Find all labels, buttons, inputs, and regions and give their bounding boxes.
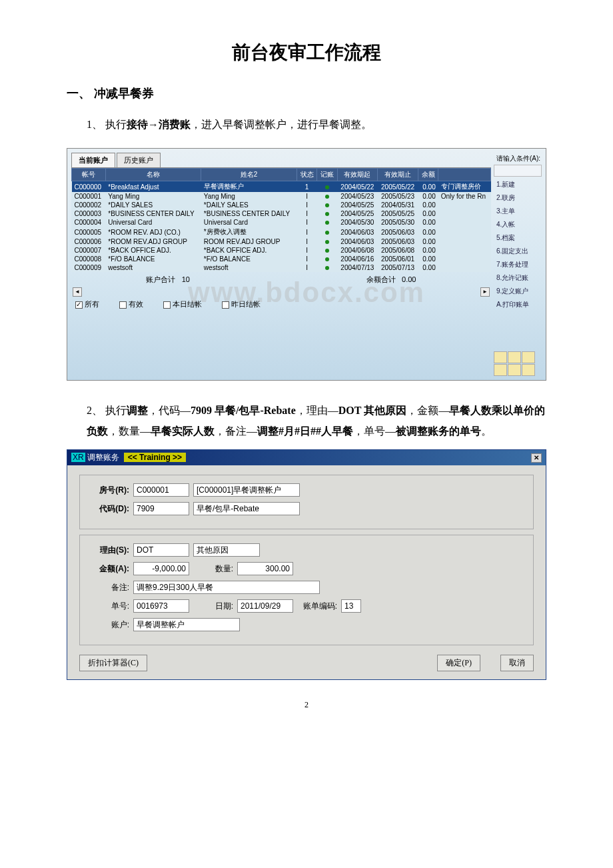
dialog-titlebar: XR 调整账务 << Training >> ✕ bbox=[67, 450, 546, 465]
acct-total-value: 10 bbox=[182, 275, 190, 283]
lbl-remark: 备注: bbox=[88, 582, 129, 593]
chk-yesterday[interactable]: 昨日结帐 bbox=[222, 299, 261, 309]
table-header-row: 帐号 名称 姓名2 状态 记账 有效期起 有效期止 余额 bbox=[72, 169, 491, 181]
table-row[interactable]: C000001Yang MingYang MingI2004/05/232005… bbox=[72, 192, 491, 201]
ok-button[interactable]: 确定(P) bbox=[437, 655, 480, 671]
lbl-docno: 单号: bbox=[88, 601, 129, 612]
sidebar-action-9[interactable]: A.打印账单 bbox=[494, 298, 542, 311]
s2b3: DOT 其他原因 bbox=[338, 405, 406, 416]
sidebar-action-7[interactable]: 8.允许记账 bbox=[494, 271, 542, 285]
sidebar: 请输入条件(A): 1.新建2.联房3.主单4.入帐5.档案6.固定支出7.账务… bbox=[494, 153, 542, 376]
tool-icon-4[interactable] bbox=[494, 364, 507, 376]
s2b7: 被调整账务的单号 bbox=[396, 425, 481, 437]
step-2: 2、 执行调整，代码—7909 早餐/包早-Rebate，理由—DOT 其他原因… bbox=[87, 401, 546, 441]
table-row[interactable]: C000006*ROOM REV.ADJ GROUPROOM REV.ADJ G… bbox=[72, 237, 491, 246]
reason-desc-field[interactable] bbox=[193, 543, 260, 557]
cancel-button[interactable]: 取消 bbox=[500, 655, 534, 671]
date-field[interactable] bbox=[237, 599, 293, 613]
th-status[interactable]: 状态 bbox=[297, 169, 316, 181]
table-row[interactable]: C000005*ROOM REV. ADJ (CO.)*房费收入调整I2004/… bbox=[72, 227, 491, 237]
sidebar-action-8[interactable]: 9.定义账户 bbox=[494, 285, 542, 298]
amt-total-value: 0.00 bbox=[402, 275, 416, 283]
table-row[interactable]: C000007*BACK OFFICE ADJ.*BACK OFFICE ADJ… bbox=[72, 246, 491, 255]
lbl-billcode: 账单编码: bbox=[297, 601, 337, 612]
search-input-icon[interactable] bbox=[494, 165, 542, 177]
reason-field[interactable] bbox=[133, 543, 189, 557]
code-field[interactable] bbox=[133, 502, 189, 515]
acct-field[interactable] bbox=[133, 618, 240, 631]
table-row[interactable]: C000009westsoftwestsoftI2004/07/132005/0… bbox=[72, 263, 491, 272]
s2b1: 调整 bbox=[127, 405, 148, 416]
th-acctno[interactable]: 帐号 bbox=[72, 169, 106, 181]
app-icon: XR bbox=[71, 453, 85, 462]
account-window: 当前账户 历史账户 帐号 名称 姓名2 状态 记账 有效期起 有效期止 余额 bbox=[67, 148, 546, 381]
sidebar-action-2[interactable]: 3.主单 bbox=[494, 205, 542, 218]
s2t1: ，代码— bbox=[148, 405, 191, 416]
tool-icon-6[interactable] bbox=[522, 364, 535, 376]
tab-current[interactable]: 当前账户 bbox=[71, 153, 115, 167]
account-table: 帐号 名称 姓名2 状态 记账 有效期起 有效期止 余额 C000000*Bre… bbox=[71, 168, 491, 272]
tool-icon-5[interactable] bbox=[508, 364, 521, 376]
chk-valid[interactable]: 有效 bbox=[119, 299, 143, 309]
s2p0: 2、 执行 bbox=[87, 405, 127, 416]
s2b2: 7909 早餐/包早-Rebate bbox=[191, 405, 296, 416]
docno-field[interactable] bbox=[133, 599, 189, 613]
sidebar-action-4[interactable]: 5.档案 bbox=[494, 231, 542, 245]
tool-icon-1[interactable] bbox=[494, 351, 507, 363]
th-name[interactable]: 名称 bbox=[105, 169, 201, 181]
s2t4: ，数量— bbox=[108, 425, 151, 437]
tab-history[interactable]: 历史账户 bbox=[117, 153, 161, 167]
sidebar-action-6[interactable]: 7.账务处理 bbox=[494, 258, 542, 271]
lbl-room: 房号(R): bbox=[88, 485, 129, 496]
remark-field[interactable] bbox=[133, 581, 320, 594]
amount-field[interactable] bbox=[133, 562, 189, 575]
sidebar-action-0[interactable]: 1.新建 bbox=[494, 178, 542, 191]
lbl-amount: 金额(A): bbox=[88, 563, 129, 575]
table-row[interactable]: C000000*Breakfast Adjust早餐调整帐户12004/05/2… bbox=[72, 181, 491, 193]
search-label: 请输入条件(A): bbox=[494, 153, 542, 165]
amt-total-label: 余额合计 bbox=[366, 275, 396, 283]
room-field[interactable] bbox=[133, 483, 189, 497]
training-badge: << Training >> bbox=[124, 453, 186, 462]
acct-total-label: 账户合计 bbox=[146, 275, 175, 283]
filter-checkbox-row: 所有 有效 本日结帐 昨日结帐 bbox=[71, 297, 491, 312]
scroll-right-icon[interactable]: ► bbox=[480, 287, 490, 297]
table-row[interactable]: C000008*F/O BALANCE*F/O BALANCEI2004/06/… bbox=[72, 255, 491, 263]
room-desc-field[interactable] bbox=[193, 483, 300, 497]
close-icon[interactable]: ✕ bbox=[531, 453, 542, 463]
discount-calc-button[interactable]: 折扣计算器(C) bbox=[79, 655, 147, 671]
step1-bold: 接待→消费账 bbox=[127, 119, 191, 130]
th-validto[interactable]: 有效期止 bbox=[378, 169, 418, 181]
lbl-date: 日期: bbox=[193, 601, 233, 612]
table-row[interactable]: C000004Universal CardUniversal CardI2004… bbox=[72, 218, 491, 227]
tool-icon-3[interactable] bbox=[522, 351, 535, 363]
table-row[interactable]: C000003*BUSINESS CENTER DAILY*BUSINESS C… bbox=[72, 209, 491, 218]
lbl-qty: 数量: bbox=[193, 563, 233, 575]
th-post[interactable]: 记账 bbox=[317, 169, 337, 181]
sidebar-action-5[interactable]: 6.固定支出 bbox=[494, 245, 542, 258]
th-name2[interactable]: 姓名2 bbox=[201, 169, 297, 181]
step1-post: ，进入早餐调整帐户，进行早餐调整。 bbox=[191, 119, 372, 130]
s2t7: 。 bbox=[481, 425, 492, 437]
chk-all[interactable]: 所有 bbox=[75, 299, 99, 309]
s2b5: 早餐实际人数 bbox=[151, 425, 215, 437]
s2t5: ，备注— bbox=[215, 425, 257, 437]
th-validfrom[interactable]: 有效期起 bbox=[337, 169, 378, 181]
step-1: 1、 执行接待→消费账，进入早餐调整帐户，进行早餐调整。 bbox=[87, 115, 546, 135]
th-balance[interactable]: 余额 bbox=[418, 169, 438, 181]
sidebar-action-3[interactable]: 4.入帐 bbox=[494, 218, 542, 231]
lbl-code: 代码(D): bbox=[88, 503, 129, 515]
th-extra[interactable] bbox=[438, 169, 491, 181]
quantity-field[interactable] bbox=[237, 562, 293, 575]
adjust-dialog: XR 调整账务 << Training >> ✕ 房号(R): 代码(D): 理… bbox=[67, 449, 546, 680]
lbl-acct: 账户: bbox=[88, 619, 129, 631]
billcode-field[interactable] bbox=[341, 599, 361, 613]
chk-today[interactable]: 本日结帐 bbox=[163, 299, 202, 309]
tool-icon-2[interactable] bbox=[508, 351, 521, 363]
scroll-left-icon[interactable]: ◄ bbox=[73, 287, 82, 297]
code-desc-field[interactable] bbox=[193, 502, 300, 515]
page-number: 2 bbox=[67, 700, 546, 710]
footer-summary: 账户合计 10 余额合计 0.00 bbox=[71, 272, 491, 287]
table-row[interactable]: C000002*DAILY SALES*DAILY SALESI2004/05/… bbox=[72, 201, 491, 209]
sidebar-action-1[interactable]: 2.联房 bbox=[494, 191, 542, 205]
